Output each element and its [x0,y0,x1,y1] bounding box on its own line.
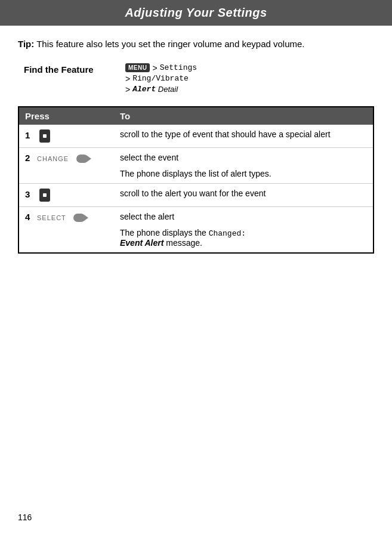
page-content: Tip: This feature also lets you set the … [0,26,392,271]
col-press: Press [18,107,114,125]
to-4b-suffix: message. [166,238,202,248]
to-cell-2b: The phone displays the list of alert typ… [114,164,374,184]
press-cell-2: 2 CHANGE [18,147,114,164]
tip-label: Tip: [18,39,34,49]
find-feature-section: Find the Feature MENU > Settings > Ring/… [18,63,374,94]
table-row: 2 CHANGE select the event [18,147,374,164]
soft-key-change: CHANGE [37,155,69,162]
step-num-2: 2 [25,153,30,163]
press-cell-4b [18,223,114,253]
to-cell-4b: The phone displays the Changed: Event Al… [114,223,374,253]
instruction-table: Press To 1 scroll to the type of event t… [18,106,374,254]
find-feature-label: Find the Feature [18,63,113,75]
to-cell-1: scroll to the type of event that should … [114,125,374,148]
soft-key-icon-4 [73,214,85,222]
table-row: 3 scroll to the alert you want for the e… [18,183,374,206]
table-row: 1 scroll to the type of event that shoul… [18,125,374,148]
path-settings: Settings [160,63,197,72]
press-cell-2b [18,164,114,184]
tip-paragraph: Tip: This feature also lets you set the … [18,38,374,51]
path-alert-detail: Detail [156,85,178,94]
step-num-1: 1 [25,129,30,140]
col-to: To [114,107,374,125]
press-cell-4: 4 SELECT [18,206,114,223]
page-number: 116 [18,513,32,522]
soft-key-icon-2 [76,155,88,163]
soft-key-select: SELECT [37,214,66,221]
tip-text: This feature also lets you set the ringe… [36,39,304,49]
page-title: Adjusting Your Settings [125,6,267,19]
to-cell-4a: select the alert [114,206,374,223]
to-4b-italic: Event Alert [120,238,163,248]
press-cell-3: 3 [18,183,114,206]
to-4b-prefix: The phone displays the [120,228,209,237]
to-4b-mono: Changed: [209,229,246,238]
table-row-extra: The phone displays the Changed: Event Al… [18,223,374,253]
to-cell-2a: select the event [114,147,374,164]
table-row-extra: The phone displays the list of alert typ… [18,164,374,184]
press-cell-1: 1 [18,125,114,148]
menu-icon: MENU [125,63,150,72]
nav-icon-3 [39,189,50,202]
step-num-4: 4 [25,212,30,222]
path-alert-bold: Alert [132,85,156,94]
path-line-1: MENU > Settings [125,63,197,73]
find-feature-path: MENU > Settings > Ring/Vibrate > Alert D… [125,63,197,94]
table-header-row: Press To [18,107,374,125]
path-ring: Ring/Vibrate [132,74,189,83]
step-num-3: 3 [25,189,30,199]
to-cell-3: scroll to the alert you want for the eve… [114,183,374,206]
path-line-3: > Alert Detail [125,85,178,94]
nav-icon-1 [39,129,50,143]
path-line-2: > Ring/Vibrate [125,74,189,84]
table-row: 4 SELECT select the alert [18,206,374,223]
page-header: Adjusting Your Settings [0,0,392,26]
